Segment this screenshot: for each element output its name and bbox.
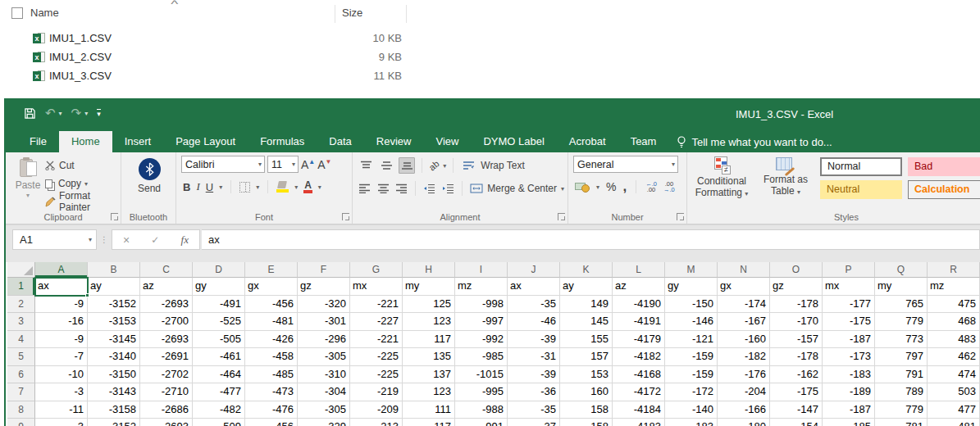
orientation-dropdown-icon[interactable]: ▾ [443, 162, 446, 170]
cell-D9[interactable]: -509 [193, 419, 245, 426]
file-row[interactable]: xIMU1_1.CSV10 KB [0, 29, 980, 48]
cell-E4[interactable]: -426 [245, 331, 298, 349]
cell-M4[interactable]: -121 [665, 331, 718, 349]
row-header-5[interactable]: 5 [7, 348, 35, 366]
conditional-formatting-button[interactable]: ≠ Conditional Formatting ▾ [692, 156, 751, 210]
column-header-G[interactable]: G [350, 262, 403, 278]
cell-J5[interactable]: -31 [508, 348, 560, 366]
cell-H9[interactable]: 117 [403, 419, 455, 426]
enter-icon[interactable]: ✓ [151, 234, 159, 246]
cell-G3[interactable]: -227 [350, 313, 403, 331]
cell-L6[interactable]: -4168 [613, 366, 665, 384]
increase-indent-icon[interactable] [441, 180, 455, 197]
cell-I9[interactable]: -991 [455, 419, 508, 426]
cell-G1[interactable]: mx [350, 278, 403, 296]
cell-Q2[interactable]: 765 [875, 296, 928, 314]
cell-Q5[interactable]: 797 [875, 348, 928, 366]
alignment-dialog-launcher-icon[interactable] [558, 213, 565, 220]
underline-button[interactable]: U [206, 181, 213, 193]
cell-O7[interactable]: -175 [770, 383, 823, 401]
column-header-B[interactable]: B [88, 262, 140, 278]
cell-R2[interactable]: 475 [928, 296, 980, 314]
cell-I2[interactable]: -998 [455, 296, 508, 314]
cell-K5[interactable]: 157 [560, 348, 613, 366]
tab-page-layout[interactable]: Page Layout [163, 131, 248, 152]
cell-B4[interactable]: -3145 [88, 331, 140, 349]
tab-file[interactable]: File [17, 131, 59, 152]
insert-function-icon[interactable]: fx [181, 233, 189, 247]
cell-N9[interactable]: -180 [718, 419, 770, 426]
cell-P1[interactable]: mx [823, 278, 875, 296]
cell-L7[interactable]: -4172 [613, 383, 665, 401]
style-calculation[interactable]: Calculation [908, 180, 980, 199]
cell-F2[interactable]: -320 [298, 296, 350, 314]
column-header-I[interactable]: I [455, 262, 508, 278]
cell-D5[interactable]: -461 [193, 348, 245, 366]
cell-H8[interactable]: 111 [403, 401, 455, 419]
row-header-3[interactable]: 3 [7, 313, 35, 331]
tab-dymo-label[interactable]: DYMO Label [471, 131, 556, 152]
borders-icon[interactable] [239, 182, 250, 193]
font-name-combobox[interactable]: Calibri ▾ [181, 156, 265, 173]
cell-F5[interactable]: -305 [298, 348, 350, 366]
column-header-K[interactable]: K [560, 262, 613, 278]
cell-N5[interactable]: -182 [718, 348, 770, 366]
cell-A9[interactable]: -3 [35, 419, 88, 426]
cell-K6[interactable]: 153 [560, 366, 613, 384]
decrease-font-size-button[interactable]: A▼ [317, 158, 331, 171]
cell-B5[interactable]: -3140 [88, 348, 140, 366]
row-header-6[interactable]: 6 [7, 366, 35, 384]
cell-C2[interactable]: -2693 [140, 296, 193, 314]
cell-H5[interactable]: 135 [403, 348, 455, 366]
column-header-N[interactable]: N [718, 262, 770, 278]
cell-I7[interactable]: -995 [455, 383, 508, 401]
cell-B7[interactable]: -3143 [88, 383, 140, 401]
formula-bar-grip[interactable]: ⋮ [97, 235, 112, 244]
cell-J6[interactable]: -39 [508, 366, 560, 384]
cell-C8[interactable]: -2686 [140, 401, 193, 419]
merge-center-label[interactable]: Merge & Center [487, 183, 557, 194]
comma-style-icon[interactable]: , [622, 183, 627, 191]
cell-C5[interactable]: -2691 [140, 348, 193, 366]
top-align-icon[interactable] [358, 157, 374, 174]
select-all-checkbox[interactable] [11, 7, 23, 19]
cell-E3[interactable]: -481 [245, 313, 298, 331]
cell-O9[interactable]: -154 [770, 419, 823, 426]
file-row[interactable]: xIMU1_3.CSV11 KB [0, 67, 980, 86]
number-dialog-launcher-icon[interactable] [677, 213, 684, 220]
tab-home[interactable]: Home [59, 131, 112, 152]
cell-K2[interactable]: 149 [560, 296, 613, 314]
cell-A1[interactable]: ax [35, 278, 88, 296]
merge-center-dropdown-icon[interactable]: ▾ [561, 185, 564, 193]
cell-F8[interactable]: -305 [298, 401, 350, 419]
format-painter-button[interactable]: Format Painter [45, 194, 117, 209]
tab-data[interactable]: Data [317, 131, 363, 152]
cell-R6[interactable]: 474 [928, 366, 980, 384]
cell-D1[interactable]: gy [193, 278, 245, 296]
cell-L8[interactable]: -4184 [613, 401, 665, 419]
row-header-4[interactable]: 4 [7, 331, 35, 349]
send-button[interactable]: Send [126, 156, 172, 194]
cell-E7[interactable]: -473 [245, 383, 298, 401]
cell-L9[interactable]: -4183 [613, 419, 665, 426]
cell-D8[interactable]: -482 [193, 401, 245, 419]
cell-K1[interactable]: ay [560, 278, 613, 296]
cell-L5[interactable]: -4182 [613, 348, 665, 366]
cell-F6[interactable]: -310 [298, 366, 350, 384]
column-header-M[interactable]: M [665, 262, 718, 278]
cell-J3[interactable]: -46 [508, 313, 560, 331]
file-row[interactable]: xIMU1_2.CSV9 KB [0, 48, 980, 67]
select-all-corner[interactable] [7, 262, 35, 278]
cell-M2[interactable]: -150 [665, 296, 718, 314]
cell-P7[interactable]: -189 [823, 383, 875, 401]
cell-L2[interactable]: -4190 [613, 296, 665, 314]
cell-F4[interactable]: -296 [298, 331, 350, 349]
cell-B8[interactable]: -3158 [88, 401, 140, 419]
cell-D6[interactable]: -464 [193, 366, 245, 384]
cell-D4[interactable]: -505 [193, 331, 245, 349]
cell-E2[interactable]: -456 [245, 296, 298, 314]
cell-G9[interactable]: -213 [350, 419, 403, 426]
cell-A4[interactable]: -9 [35, 331, 88, 349]
undo-icon[interactable]: ↶ [45, 106, 56, 120]
clipboard-dialog-launcher-icon[interactable] [111, 213, 118, 220]
